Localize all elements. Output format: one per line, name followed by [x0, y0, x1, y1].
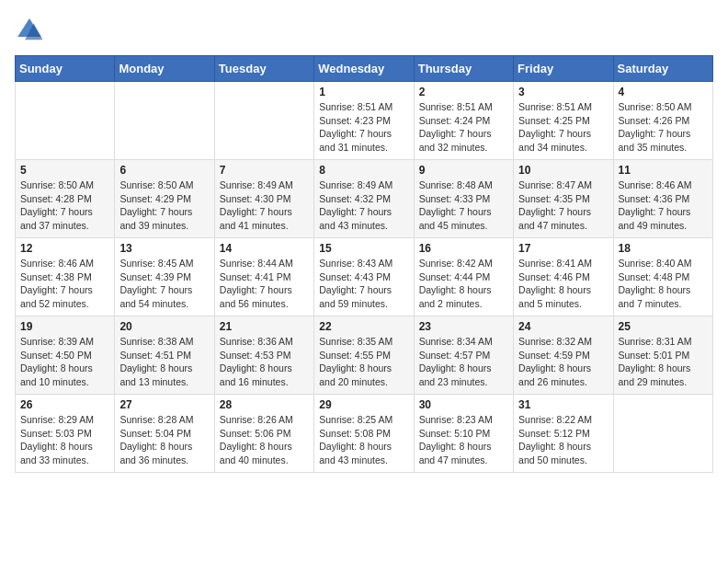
calendar-cell: 2Sunrise: 8:51 AM Sunset: 4:24 PM Daylig… [414, 82, 513, 160]
calendar-cell: 30Sunrise: 8:23 AM Sunset: 5:10 PM Dayli… [414, 395, 513, 473]
day-info: Sunrise: 8:41 AM Sunset: 4:46 PM Dayligh… [518, 257, 608, 311]
day-info: Sunrise: 8:29 AM Sunset: 5:03 PM Dayligh… [20, 413, 109, 467]
day-header-friday: Friday [514, 56, 613, 82]
day-info: Sunrise: 8:46 AM Sunset: 4:36 PM Dayligh… [619, 178, 708, 233]
day-number: 2 [419, 86, 508, 98]
day-info: Sunrise: 8:32 AM Sunset: 4:59 PM Dayligh… [518, 335, 608, 389]
day-info: Sunrise: 8:26 AM Sunset: 5:06 PM Dayligh… [220, 413, 309, 467]
day-info: Sunrise: 8:50 AM Sunset: 4:28 PM Dayligh… [20, 178, 109, 233]
calendar-cell: 23Sunrise: 8:34 AM Sunset: 4:57 PM Dayli… [414, 316, 513, 395]
day-number: 16 [419, 242, 508, 255]
day-header-tuesday: Tuesday [214, 56, 313, 82]
calendar-cell: 6Sunrise: 8:50 AM Sunset: 4:29 PM Daylig… [115, 160, 214, 238]
day-header-wednesday: Wednesday [314, 56, 414, 82]
day-info: Sunrise: 8:31 AM Sunset: 5:01 PM Dayligh… [619, 335, 708, 389]
day-number: 6 [119, 164, 209, 177]
day-info: Sunrise: 8:42 AM Sunset: 4:44 PM Dayligh… [419, 257, 508, 311]
calendar-cell: 11Sunrise: 8:46 AM Sunset: 4:36 PM Dayli… [613, 160, 712, 238]
day-number: 13 [119, 242, 209, 255]
day-info: Sunrise: 8:25 AM Sunset: 5:08 PM Dayligh… [319, 413, 408, 467]
day-info: Sunrise: 8:39 AM Sunset: 4:50 PM Dayligh… [20, 335, 109, 389]
calendar-cell: 20Sunrise: 8:38 AM Sunset: 4:51 PM Dayli… [115, 316, 214, 395]
calendar-week-row: 1Sunrise: 8:51 AM Sunset: 4:23 PM Daylig… [16, 82, 713, 160]
calendar-cell: 13Sunrise: 8:45 AM Sunset: 4:39 PM Dayli… [115, 238, 214, 316]
calendar-cell: 19Sunrise: 8:39 AM Sunset: 4:50 PM Dayli… [16, 316, 115, 395]
day-number: 19 [20, 320, 109, 333]
day-header-thursday: Thursday [414, 56, 513, 82]
day-info: Sunrise: 8:48 AM Sunset: 4:33 PM Dayligh… [419, 178, 508, 233]
day-number: 23 [419, 320, 508, 333]
calendar-cell: 29Sunrise: 8:25 AM Sunset: 5:08 PM Dayli… [314, 395, 414, 473]
day-number: 29 [319, 398, 408, 411]
day-info: Sunrise: 8:50 AM Sunset: 4:26 PM Dayligh… [619, 100, 708, 155]
calendar-cell [214, 82, 313, 160]
day-number: 26 [20, 398, 109, 411]
calendar-cell: 15Sunrise: 8:43 AM Sunset: 4:43 PM Dayli… [314, 238, 414, 316]
day-number: 3 [518, 86, 608, 98]
calendar-cell: 17Sunrise: 8:41 AM Sunset: 4:46 PM Dayli… [514, 238, 613, 316]
calendar-cell: 10Sunrise: 8:47 AM Sunset: 4:35 PM Dayli… [514, 160, 613, 238]
day-info: Sunrise: 8:51 AM Sunset: 4:23 PM Dayligh… [319, 100, 408, 155]
calendar-cell: 7Sunrise: 8:49 AM Sunset: 4:30 PM Daylig… [214, 160, 313, 238]
day-info: Sunrise: 8:23 AM Sunset: 5:10 PM Dayligh… [419, 413, 508, 467]
day-number: 28 [220, 398, 309, 411]
day-info: Sunrise: 8:51 AM Sunset: 4:24 PM Dayligh… [419, 100, 508, 155]
calendar-cell: 16Sunrise: 8:42 AM Sunset: 4:44 PM Dayli… [414, 238, 513, 316]
day-info: Sunrise: 8:45 AM Sunset: 4:39 PM Dayligh… [119, 257, 209, 311]
day-number: 5 [20, 164, 109, 177]
calendar-cell [115, 82, 214, 160]
calendar-week-row: 19Sunrise: 8:39 AM Sunset: 4:50 PM Dayli… [16, 316, 713, 395]
calendar-cell: 22Sunrise: 8:35 AM Sunset: 4:55 PM Dayli… [314, 316, 414, 395]
day-info: Sunrise: 8:50 AM Sunset: 4:29 PM Dayligh… [119, 178, 209, 233]
day-number: 4 [619, 86, 708, 98]
day-number: 24 [518, 320, 608, 333]
day-info: Sunrise: 8:36 AM Sunset: 4:53 PM Dayligh… [220, 335, 309, 389]
calendar-cell: 1Sunrise: 8:51 AM Sunset: 4:23 PM Daylig… [314, 82, 414, 160]
day-number: 12 [20, 242, 109, 255]
calendar-cell [613, 395, 712, 473]
day-info: Sunrise: 8:43 AM Sunset: 4:43 PM Dayligh… [319, 257, 408, 311]
calendar-cell: 12Sunrise: 8:46 AM Sunset: 4:38 PM Dayli… [16, 238, 115, 316]
calendar-cell: 14Sunrise: 8:44 AM Sunset: 4:41 PM Dayli… [214, 238, 313, 316]
day-number: 7 [220, 164, 309, 177]
day-info: Sunrise: 8:22 AM Sunset: 5:12 PM Dayligh… [518, 413, 608, 467]
day-info: Sunrise: 8:51 AM Sunset: 4:25 PM Dayligh… [518, 100, 608, 155]
day-number: 31 [518, 398, 608, 411]
day-header-saturday: Saturday [613, 56, 712, 82]
calendar-cell: 8Sunrise: 8:49 AM Sunset: 4:32 PM Daylig… [314, 160, 414, 238]
calendar-cell: 25Sunrise: 8:31 AM Sunset: 5:01 PM Dayli… [613, 316, 712, 395]
calendar-table: SundayMondayTuesdayWednesdayThursdayFrid… [15, 55, 713, 473]
day-number: 27 [119, 398, 209, 411]
day-header-sunday: Sunday [16, 56, 115, 82]
calendar-cell [16, 82, 115, 160]
day-number: 17 [518, 242, 608, 255]
day-number: 20 [119, 320, 209, 333]
day-number: 14 [220, 242, 309, 255]
day-number: 25 [619, 320, 708, 333]
calendar-cell: 27Sunrise: 8:28 AM Sunset: 5:04 PM Dayli… [115, 395, 214, 473]
day-number: 1 [319, 86, 408, 98]
calendar-week-row: 12Sunrise: 8:46 AM Sunset: 4:38 PM Dayli… [16, 238, 713, 316]
calendar-cell: 28Sunrise: 8:26 AM Sunset: 5:06 PM Dayli… [214, 395, 313, 473]
day-info: Sunrise: 8:28 AM Sunset: 5:04 PM Dayligh… [119, 413, 209, 467]
calendar-cell: 24Sunrise: 8:32 AM Sunset: 4:59 PM Dayli… [514, 316, 613, 395]
day-info: Sunrise: 8:47 AM Sunset: 4:35 PM Dayligh… [518, 178, 608, 233]
day-info: Sunrise: 8:35 AM Sunset: 4:55 PM Dayligh… [319, 335, 408, 389]
day-info: Sunrise: 8:49 AM Sunset: 4:32 PM Dayligh… [319, 178, 408, 233]
logo-icon [15, 15, 44, 44]
day-number: 8 [319, 164, 408, 177]
day-number: 18 [619, 242, 708, 255]
day-number: 15 [319, 242, 408, 255]
calendar-week-row: 5Sunrise: 8:50 AM Sunset: 4:28 PM Daylig… [16, 160, 713, 238]
calendar-cell: 5Sunrise: 8:50 AM Sunset: 4:28 PM Daylig… [16, 160, 115, 238]
calendar-header-row: SundayMondayTuesdayWednesdayThursdayFrid… [16, 56, 713, 82]
calendar-week-row: 26Sunrise: 8:29 AM Sunset: 5:03 PM Dayli… [16, 395, 713, 473]
day-info: Sunrise: 8:40 AM Sunset: 4:48 PM Dayligh… [619, 257, 708, 311]
calendar-cell: 26Sunrise: 8:29 AM Sunset: 5:03 PM Dayli… [16, 395, 115, 473]
calendar-cell: 3Sunrise: 8:51 AM Sunset: 4:25 PM Daylig… [514, 82, 613, 160]
day-info: Sunrise: 8:49 AM Sunset: 4:30 PM Dayligh… [220, 178, 309, 233]
day-header-monday: Monday [115, 56, 214, 82]
day-info: Sunrise: 8:34 AM Sunset: 4:57 PM Dayligh… [419, 335, 508, 389]
day-number: 10 [518, 164, 608, 177]
day-number: 11 [619, 164, 708, 177]
